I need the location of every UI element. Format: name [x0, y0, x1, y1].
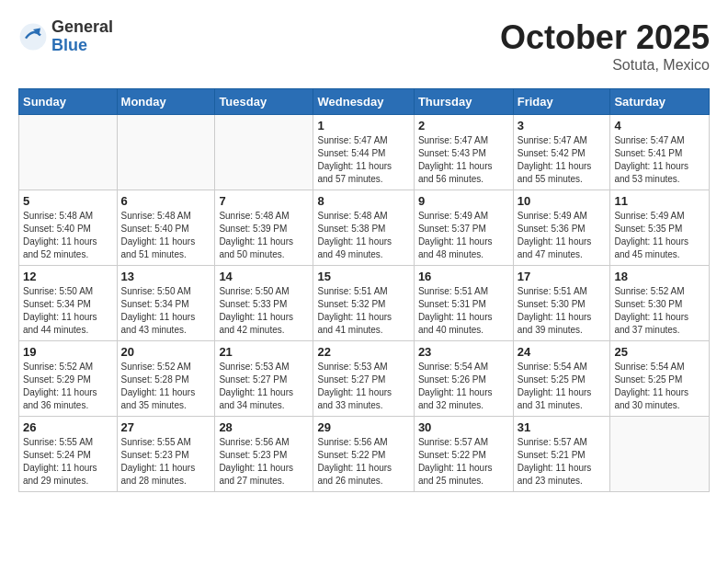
day-number: 29	[317, 420, 409, 434]
calendar-day-cell: 23Sunrise: 5:54 AM Sunset: 5:26 PM Dayli…	[414, 341, 513, 417]
day-info: Sunrise: 5:55 AM Sunset: 5:24 PM Dayligh…	[23, 436, 113, 488]
day-number: 28	[219, 420, 309, 434]
day-info: Sunrise: 5:55 AM Sunset: 5:23 PM Dayligh…	[121, 436, 211, 488]
calendar-day-cell	[117, 115, 215, 190]
calendar-day-cell: 3Sunrise: 5:47 AM Sunset: 5:42 PM Daylig…	[513, 115, 610, 190]
calendar-day-cell: 13Sunrise: 5:50 AM Sunset: 5:34 PM Dayli…	[117, 266, 215, 341]
logo: General Blue	[18, 18, 113, 55]
day-number: 19	[23, 345, 113, 359]
day-number: 6	[121, 194, 211, 208]
day-info: Sunrise: 5:48 AM Sunset: 5:38 PM Dayligh…	[317, 210, 409, 261]
day-number: 14	[219, 270, 309, 283]
day-number: 3	[518, 119, 607, 132]
day-info: Sunrise: 5:54 AM Sunset: 5:26 PM Dayligh…	[418, 361, 509, 412]
day-info: Sunrise: 5:51 AM Sunset: 5:32 PM Dayligh…	[317, 285, 409, 337]
day-number: 24	[518, 345, 607, 359]
day-info: Sunrise: 5:57 AM Sunset: 5:22 PM Dayligh…	[418, 436, 509, 488]
day-number: 7	[219, 194, 309, 208]
svg-point-0	[20, 23, 47, 50]
calendar-day-cell: 4Sunrise: 5:47 AM Sunset: 5:41 PM Daylig…	[610, 115, 710, 190]
day-number: 4	[614, 119, 705, 132]
weekday-header: Thursday	[414, 89, 513, 115]
weekday-header: Monday	[117, 89, 215, 115]
month-title: October 2025	[500, 18, 710, 57]
calendar-header-row: SundayMondayTuesdayWednesdayThursdayFrid…	[19, 89, 710, 115]
day-info: Sunrise: 5:53 AM Sunset: 5:27 PM Dayligh…	[219, 361, 309, 412]
calendar-day-cell: 21Sunrise: 5:53 AM Sunset: 5:27 PM Dayli…	[215, 341, 313, 417]
calendar-day-cell: 19Sunrise: 5:52 AM Sunset: 5:29 PM Dayli…	[19, 341, 118, 417]
day-info: Sunrise: 5:47 AM Sunset: 5:41 PM Dayligh…	[614, 134, 705, 186]
calendar-day-cell: 24Sunrise: 5:54 AM Sunset: 5:25 PM Dayli…	[513, 341, 610, 417]
calendar-day-cell	[215, 115, 313, 190]
calendar-week-row: 26Sunrise: 5:55 AM Sunset: 5:24 PM Dayli…	[19, 417, 710, 492]
calendar-day-cell: 17Sunrise: 5:51 AM Sunset: 5:30 PM Dayli…	[513, 266, 610, 341]
logo-text: General Blue	[51, 18, 113, 55]
day-number: 17	[518, 270, 607, 283]
day-number: 22	[317, 345, 409, 359]
calendar-day-cell: 10Sunrise: 5:49 AM Sunset: 5:36 PM Dayli…	[513, 190, 610, 266]
day-info: Sunrise: 5:50 AM Sunset: 5:34 PM Dayligh…	[121, 285, 211, 337]
day-info: Sunrise: 5:52 AM Sunset: 5:29 PM Dayligh…	[23, 361, 113, 412]
calendar-week-row: 19Sunrise: 5:52 AM Sunset: 5:29 PM Dayli…	[19, 341, 710, 417]
day-number: 23	[418, 345, 509, 359]
day-info: Sunrise: 5:49 AM Sunset: 5:36 PM Dayligh…	[518, 210, 607, 261]
day-info: Sunrise: 5:47 AM Sunset: 5:43 PM Dayligh…	[418, 134, 509, 186]
day-info: Sunrise: 5:52 AM Sunset: 5:28 PM Dayligh…	[121, 361, 211, 412]
calendar-day-cell: 6Sunrise: 5:48 AM Sunset: 5:40 PM Daylig…	[117, 190, 215, 266]
day-info: Sunrise: 5:57 AM Sunset: 5:21 PM Dayligh…	[518, 436, 607, 488]
day-info: Sunrise: 5:51 AM Sunset: 5:30 PM Dayligh…	[518, 285, 607, 337]
day-number: 25	[614, 345, 705, 359]
day-info: Sunrise: 5:48 AM Sunset: 5:39 PM Dayligh…	[219, 210, 309, 261]
calendar: SundayMondayTuesdayWednesdayThursdayFrid…	[18, 88, 710, 492]
day-info: Sunrise: 5:47 AM Sunset: 5:42 PM Dayligh…	[518, 134, 607, 186]
day-info: Sunrise: 5:49 AM Sunset: 5:37 PM Dayligh…	[418, 210, 509, 261]
calendar-week-row: 5Sunrise: 5:48 AM Sunset: 5:40 PM Daylig…	[19, 190, 710, 266]
calendar-day-cell: 11Sunrise: 5:49 AM Sunset: 5:35 PM Dayli…	[610, 190, 710, 266]
day-number: 31	[518, 420, 607, 434]
calendar-day-cell: 28Sunrise: 5:56 AM Sunset: 5:23 PM Dayli…	[215, 417, 313, 492]
day-info: Sunrise: 5:53 AM Sunset: 5:27 PM Dayligh…	[317, 361, 409, 412]
calendar-day-cell: 5Sunrise: 5:48 AM Sunset: 5:40 PM Daylig…	[19, 190, 118, 266]
logo-general: General	[51, 18, 113, 37]
day-number: 2	[418, 119, 509, 132]
calendar-day-cell: 16Sunrise: 5:51 AM Sunset: 5:31 PM Dayli…	[414, 266, 513, 341]
calendar-day-cell: 12Sunrise: 5:50 AM Sunset: 5:34 PM Dayli…	[19, 266, 118, 341]
day-number: 9	[418, 194, 509, 208]
weekday-header: Saturday	[610, 89, 710, 115]
calendar-day-cell	[610, 417, 710, 492]
day-number: 21	[219, 345, 309, 359]
day-number: 10	[518, 194, 607, 208]
calendar-day-cell: 25Sunrise: 5:54 AM Sunset: 5:25 PM Dayli…	[610, 341, 710, 417]
day-number: 5	[23, 194, 113, 208]
day-number: 12	[23, 270, 113, 283]
day-number: 8	[317, 194, 409, 208]
day-info: Sunrise: 5:47 AM Sunset: 5:44 PM Dayligh…	[317, 134, 409, 186]
weekday-header: Sunday	[19, 89, 118, 115]
day-number: 20	[121, 345, 211, 359]
weekday-header: Friday	[513, 89, 610, 115]
calendar-day-cell: 18Sunrise: 5:52 AM Sunset: 5:30 PM Dayli…	[610, 266, 710, 341]
calendar-day-cell: 8Sunrise: 5:48 AM Sunset: 5:38 PM Daylig…	[313, 190, 414, 266]
calendar-day-cell: 2Sunrise: 5:47 AM Sunset: 5:43 PM Daylig…	[414, 115, 513, 190]
day-info: Sunrise: 5:51 AM Sunset: 5:31 PM Dayligh…	[418, 285, 509, 337]
day-info: Sunrise: 5:49 AM Sunset: 5:35 PM Dayligh…	[614, 210, 705, 261]
logo-icon	[18, 22, 48, 52]
day-info: Sunrise: 5:48 AM Sunset: 5:40 PM Dayligh…	[121, 210, 211, 261]
weekday-header: Wednesday	[313, 89, 414, 115]
calendar-day-cell	[19, 115, 118, 190]
day-info: Sunrise: 5:54 AM Sunset: 5:25 PM Dayligh…	[518, 361, 607, 412]
day-info: Sunrise: 5:56 AM Sunset: 5:22 PM Dayligh…	[317, 436, 409, 488]
calendar-day-cell: 31Sunrise: 5:57 AM Sunset: 5:21 PM Dayli…	[513, 417, 610, 492]
day-info: Sunrise: 5:54 AM Sunset: 5:25 PM Dayligh…	[614, 361, 705, 412]
day-info: Sunrise: 5:48 AM Sunset: 5:40 PM Dayligh…	[23, 210, 113, 261]
calendar-day-cell: 26Sunrise: 5:55 AM Sunset: 5:24 PM Dayli…	[19, 417, 118, 492]
calendar-day-cell: 7Sunrise: 5:48 AM Sunset: 5:39 PM Daylig…	[215, 190, 313, 266]
page: General Blue October 2025 Sotuta, Mexico…	[0, 0, 728, 511]
calendar-week-row: 12Sunrise: 5:50 AM Sunset: 5:34 PM Dayli…	[19, 266, 710, 341]
logo-blue: Blue	[51, 37, 113, 55]
calendar-day-cell: 20Sunrise: 5:52 AM Sunset: 5:28 PM Dayli…	[117, 341, 215, 417]
calendar-day-cell: 29Sunrise: 5:56 AM Sunset: 5:22 PM Dayli…	[313, 417, 414, 492]
calendar-day-cell: 1Sunrise: 5:47 AM Sunset: 5:44 PM Daylig…	[313, 115, 414, 190]
day-info: Sunrise: 5:50 AM Sunset: 5:33 PM Dayligh…	[219, 285, 309, 337]
day-number: 26	[23, 420, 113, 434]
